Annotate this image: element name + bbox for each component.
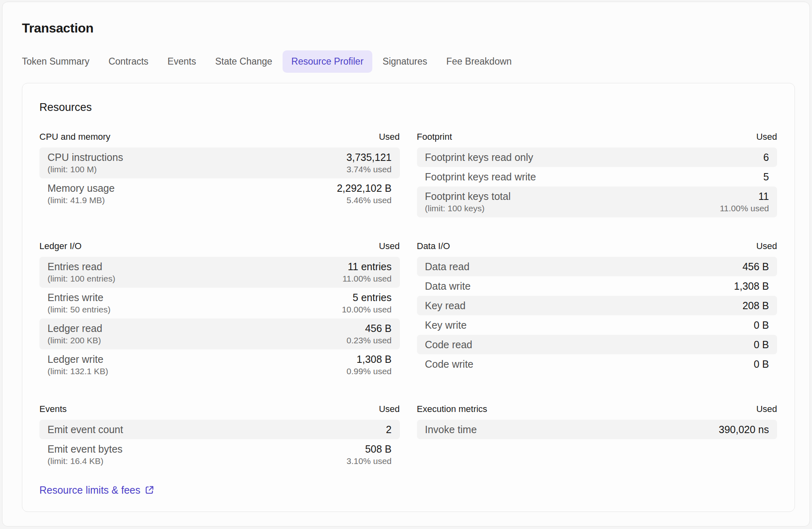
page-background: Transaction Token SummaryContractsEvents…: [0, 0, 812, 529]
row-label: Memory usage: [48, 182, 114, 194]
row-emit-event-bytes: Emit event bytes(limit: 16.4 KB)508 B3.1…: [39, 439, 400, 470]
row-entries-write: Entries write(limit: 50 entries)5 entrie…: [39, 288, 400, 319]
tab-resource-profiler[interactable]: Resource Profiler: [283, 50, 373, 73]
row-label: Entries write: [48, 291, 110, 304]
section-rows: Invoke time390,020 ns: [417, 420, 777, 439]
row-value-group: 5: [763, 171, 769, 183]
row-value: 5: [763, 171, 769, 183]
section-rows: Entries read(limit: 100 entries)11 entri…: [39, 257, 400, 380]
row-value: 390,020 ns: [719, 423, 769, 436]
row-value-group: 2: [386, 423, 392, 436]
row-value-group: 1,308 B: [734, 280, 769, 292]
tab-events[interactable]: Events: [168, 50, 196, 73]
row-label: Footprint keys read write: [425, 171, 536, 183]
row-code-read: Code read0 B: [417, 335, 777, 354]
row-label-group: CPU instructions(limit: 100 M): [48, 151, 123, 175]
row-label: Footprint keys read only: [425, 151, 533, 163]
resource-limits-link[interactable]: Resource limits & fees: [39, 484, 154, 496]
row-value: 456 B: [347, 322, 392, 334]
section-data-io: Data I/OUsedData read456 BData write1,30…: [417, 241, 777, 374]
resources-card: Resources CPU and memoryUsedCPU instruct…: [22, 83, 795, 512]
row-value: 1,308 B: [347, 353, 392, 365]
row-label-group: Ledger write(limit: 132.1 KB): [48, 353, 108, 377]
row-value-group: 1111.00% used: [720, 190, 769, 214]
row-percent-used: 3.10% used: [347, 456, 392, 466]
row-footprint-keys-read-write: Footprint keys read write5: [417, 167, 777, 186]
tab-fee-breakdown[interactable]: Fee Breakdown: [446, 50, 512, 73]
row-ledger-read: Ledger read(limit: 200 KB)456 B0.23% use…: [39, 319, 400, 349]
row-limit: (limit: 100 keys): [425, 203, 511, 214]
row-label-group: Key read: [425, 299, 466, 312]
row-value: 6: [763, 151, 769, 163]
row-limit: (limit: 41.9 MB): [48, 195, 114, 206]
resource-limits-link-label: Resource limits & fees: [39, 484, 140, 496]
row-data-write: Data write1,308 B: [417, 276, 777, 296]
row-limit: (limit: 100 M): [48, 164, 123, 175]
section-title: Ledger I/O: [39, 241, 82, 251]
row-value: 456 B: [743, 260, 769, 273]
section-cpu-and-memory: CPU and memoryUsedCPU instructions(limit…: [39, 132, 400, 209]
row-data-read: Data read456 B: [417, 257, 777, 276]
row-value-group: 0 B: [754, 338, 769, 351]
row-value: 3,735,121: [346, 151, 391, 163]
tab-contracts[interactable]: Contracts: [108, 50, 148, 73]
row-label-group: Invoke time: [425, 423, 477, 436]
row-value-group: 0 B: [754, 358, 769, 370]
section-title: CPU and memory: [39, 132, 110, 142]
row-label: Entries read: [48, 260, 115, 273]
row-label: Ledger write: [48, 353, 108, 365]
row-label: Emit event bytes: [48, 443, 123, 455]
row-entries-read: Entries read(limit: 100 entries)11 entri…: [39, 257, 400, 288]
row-label: Invoke time: [425, 423, 477, 436]
section-title: Data I/O: [417, 241, 450, 251]
row-label: Emit event count: [48, 423, 123, 436]
row-key-read: Key read208 B: [417, 296, 777, 315]
row-key-write: Key write0 B: [417, 315, 777, 335]
row-value: 11: [720, 190, 769, 202]
row-code-write: Code write0 B: [417, 354, 777, 374]
row-percent-used: 11.00% used: [720, 203, 769, 214]
row-value: 0 B: [754, 319, 769, 331]
used-column-header: Used: [756, 404, 777, 414]
row-value-group: 208 B: [743, 299, 769, 312]
row-cpu-instructions: CPU instructions(limit: 100 M)3,735,1213…: [39, 147, 400, 178]
row-label-group: Footprint keys read only: [425, 151, 533, 163]
row-value-group: 2,292,102 B5.46% used: [337, 182, 392, 206]
row-label: Footprint keys total: [425, 190, 511, 202]
row-value-group: 1,308 B0.99% used: [347, 353, 392, 377]
row-label: Data read: [425, 260, 470, 273]
row-value-group: 390,020 ns: [719, 423, 769, 436]
row-value: 11 entries: [342, 260, 391, 273]
section-header-data-io: Data I/OUsed: [417, 241, 777, 251]
section-events: EventsUsedEmit event count2Emit event by…: [39, 404, 400, 470]
row-limit: (limit: 16.4 KB): [48, 456, 123, 466]
row-label-group: Ledger read(limit: 200 KB): [48, 322, 102, 346]
row-ledger-write: Ledger write(limit: 132.1 KB)1,308 B0.99…: [39, 349, 400, 380]
section-rows: Emit event count2Emit event bytes(limit:…: [39, 420, 400, 470]
row-limit: (limit: 100 entries): [48, 273, 115, 284]
tab-signatures[interactable]: Signatures: [382, 50, 427, 73]
row-label: Key read: [425, 299, 466, 312]
section-ledger-io: Ledger I/OUsedEntries read(limit: 100 en…: [39, 241, 400, 380]
row-value: 0 B: [754, 338, 769, 351]
row-percent-used: 0.99% used: [347, 366, 392, 377]
tab-token-summary[interactable]: Token Summary: [22, 50, 89, 73]
row-percent-used: 0.23% used: [347, 335, 392, 346]
row-label-group: Emit event bytes(limit: 16.4 KB): [48, 443, 123, 466]
row-label: CPU instructions: [48, 151, 123, 163]
row-memory-usage: Memory usage(limit: 41.9 MB)2,292,102 B5…: [39, 178, 400, 209]
section-header-ledger-io: Ledger I/OUsed: [39, 241, 400, 251]
row-value-group: 3,735,1213.74% used: [346, 151, 391, 175]
row-label-group: Data read: [425, 260, 470, 273]
section-header-cpu-and-memory: CPU and memoryUsed: [39, 132, 400, 142]
row-percent-used: 10.00% used: [342, 304, 392, 315]
row-limit: (limit: 50 entries): [48, 304, 110, 315]
row-value-group: 0 B: [754, 319, 769, 331]
used-column-header: Used: [756, 132, 777, 142]
tab-state-change[interactable]: State Change: [215, 50, 272, 73]
row-value: 5 entries: [342, 291, 392, 304]
row-value-group: 11 entries11.00% used: [342, 260, 391, 284]
section-footprint: FootprintUsedFootprint keys read only6Fo…: [417, 132, 777, 217]
row-value: 208 B: [743, 299, 769, 312]
row-value: 0 B: [754, 358, 769, 370]
